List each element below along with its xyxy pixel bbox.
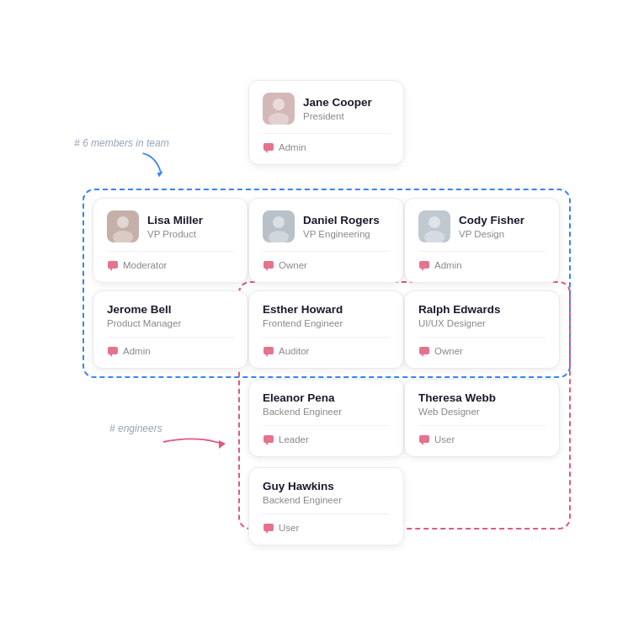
card-divider	[263, 133, 390, 134]
svg-marker-4	[265, 151, 268, 153]
card-divider	[107, 337, 234, 338]
svg-rect-18	[419, 261, 429, 269]
role-text: Admin	[434, 260, 462, 270]
person-title: VP Design	[459, 229, 524, 239]
card-esther-howard[interactable]: Esther HowardFrontend Engineer Auditor	[248, 290, 404, 369]
role-text: Leader	[279, 434, 309, 444]
role-badge: Admin	[418, 258, 546, 272]
role-icon	[263, 521, 274, 535]
role-badge: Owner	[418, 344, 546, 358]
card-info: Esther HowardFrontend Engineer	[263, 303, 343, 328]
svg-rect-24	[419, 347, 429, 354]
svg-point-11	[273, 216, 285, 228]
role-badge: Moderator	[107, 258, 234, 272]
person-title: Backend Engineer	[263, 495, 342, 505]
person-title: VP Product	[147, 229, 203, 239]
role-badge: Owner	[263, 258, 390, 272]
person-name: Jane Cooper	[303, 96, 372, 109]
role-badge: User	[418, 433, 546, 446]
role-icon	[263, 344, 274, 358]
card-header: Cody FisherVP Design	[418, 210, 546, 242]
person-name: Ralph Edwards	[418, 303, 501, 317]
role-text: Admin	[279, 142, 306, 152]
role-text: Auditor	[279, 346, 309, 356]
role-text: Moderator	[123, 260, 167, 270]
card-cody-fisher[interactable]: Cody FisherVP Design Admin	[404, 198, 560, 283]
role-badge: Admin	[263, 141, 390, 154]
card-divider	[263, 337, 390, 338]
person-title: President	[303, 111, 372, 121]
person-name: Daniel Rogers	[303, 214, 380, 227]
annotation-members: # 6 members in team	[74, 137, 169, 149]
card-info: Guy HawkinsBackend Engineer	[263, 480, 342, 505]
card-lisa-miller[interactable]: Lisa MillerVP Product Moderator	[93, 198, 248, 283]
person-name: Lisa Miller	[147, 214, 203, 227]
card-guy-hawkins[interactable]: Guy HawkinsBackend Engineer User	[248, 467, 404, 546]
person-title: VP Engineering	[303, 229, 380, 239]
card-header: Theresa WebbWeb Designer	[418, 391, 546, 417]
role-icon	[418, 258, 430, 272]
svg-rect-3	[263, 143, 274, 151]
card-header: Jerome BellProduct Manager	[107, 303, 234, 328]
card-info: Jerome BellProduct Manager	[107, 303, 181, 328]
role-text: Admin	[123, 346, 151, 356]
card-daniel-rogers[interactable]: Daniel RogersVP Engineering Owner	[248, 198, 404, 283]
person-name: Guy Hawkins	[263, 480, 342, 493]
svg-marker-19	[421, 269, 423, 271]
person-title: Product Manager	[107, 318, 181, 328]
role-icon	[263, 258, 274, 272]
svg-marker-25	[421, 354, 423, 357]
role-icon	[263, 433, 274, 446]
card-ralph-edwards[interactable]: Ralph EdwardsUI/UX Designer Owner	[404, 290, 560, 369]
person-title: UI/UX Designer	[418, 318, 501, 328]
person-title: Frontend Engineer	[263, 318, 343, 328]
svg-point-1	[273, 98, 285, 110]
svg-point-6	[117, 216, 129, 228]
card-header: Esther HowardFrontend Engineer	[263, 303, 390, 328]
card-theresa-webb[interactable]: Theresa WebbWeb Designer User	[404, 379, 560, 457]
card-header: Lisa MillerVP Product	[107, 210, 234, 242]
svg-rect-30	[263, 524, 274, 531]
card-info: Cody FisherVP Design	[459, 214, 524, 239]
card-jane-cooper[interactable]: Jane CooperPresident Admin	[248, 80, 404, 165]
role-text: Owner	[434, 346, 463, 356]
card-divider	[418, 425, 546, 426]
role-text: User	[434, 434, 455, 444]
svg-marker-21	[109, 354, 112, 357]
card-info: Daniel RogersVP Engineering	[303, 214, 380, 239]
annotation-engineers: # engineers	[109, 423, 162, 434]
person-name: Theresa Webb	[418, 391, 496, 405]
svg-marker-14	[265, 269, 268, 271]
svg-rect-28	[419, 435, 429, 443]
card-header: Jane CooperPresident	[263, 93, 390, 125]
card-eleanor-pena[interactable]: Eleanor PenaBackend Engineer Leader	[248, 379, 404, 457]
card-header: Guy HawkinsBackend Engineer	[263, 480, 390, 505]
svg-rect-26	[263, 435, 274, 443]
card-divider	[263, 251, 390, 252]
svg-rect-20	[108, 347, 118, 354]
role-badge: Admin	[107, 344, 234, 358]
arrow-red	[162, 434, 229, 455]
svg-marker-27	[265, 443, 268, 445]
card-divider	[418, 251, 546, 252]
person-name: Esther Howard	[263, 303, 343, 317]
role-icon	[107, 344, 119, 358]
role-icon	[418, 344, 430, 358]
person-name: Eleanor Pena	[263, 391, 342, 405]
svg-point-16	[428, 216, 440, 228]
role-text: Owner	[279, 260, 307, 270]
avatar	[263, 210, 295, 242]
card-jerome-bell[interactable]: Jerome BellProduct Manager Admin	[93, 290, 248, 369]
card-header: Ralph EdwardsUI/UX Designer	[418, 303, 546, 328]
svg-marker-33	[219, 440, 226, 449]
avatar	[263, 93, 295, 125]
role-icon	[418, 433, 430, 446]
card-divider	[263, 514, 390, 514]
role-text: User	[279, 523, 299, 533]
card-info: Ralph EdwardsUI/UX Designer	[418, 303, 501, 328]
org-chart-scene: Jane CooperPresident Admin Lisa MillerVP…	[0, 0, 644, 644]
role-icon	[107, 258, 119, 272]
card-info: Theresa WebbWeb Designer	[418, 391, 496, 417]
person-title: Web Designer	[418, 407, 496, 417]
card-info: Lisa MillerVP Product	[147, 214, 203, 239]
